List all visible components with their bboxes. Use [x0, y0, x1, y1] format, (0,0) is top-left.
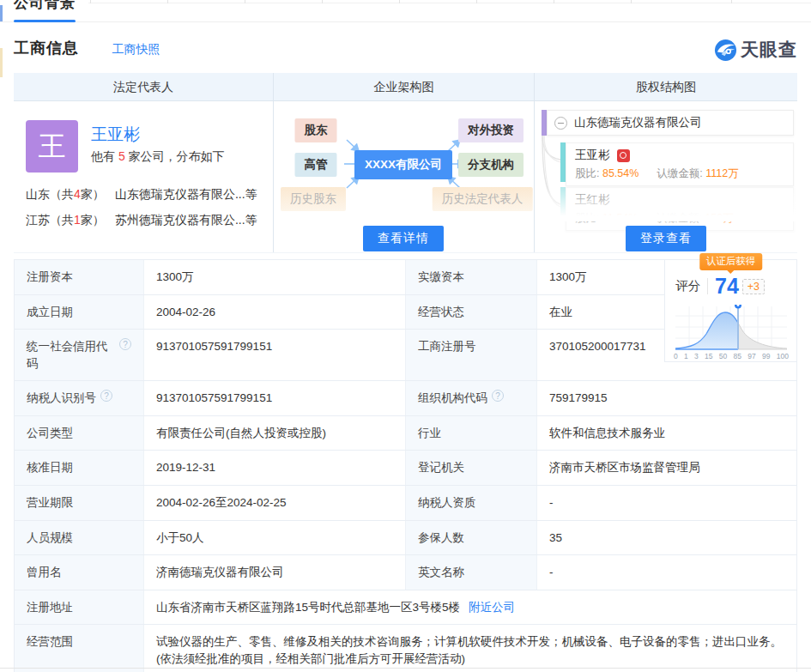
field-value: 济南市天桥区市场监督管理局: [549, 459, 700, 476]
node-historical-shareholders: 历史股东: [281, 187, 346, 211]
field-label: 行业: [418, 425, 441, 442]
root-company-name[interactable]: 山东德瑞克仪器有限公司: [574, 115, 702, 130]
field-label: 人员规模: [27, 530, 73, 547]
field-value: 913701057591799151: [156, 390, 272, 407]
field-label: 纳税人识别号: [27, 390, 96, 407]
field-value: 软件和信息技术服务业: [549, 425, 665, 442]
field-label: 注册资本: [27, 269, 73, 286]
certification-badge: 认证后获得: [699, 253, 763, 270]
equity-ratio: 85.54%: [602, 167, 639, 179]
subscribed-amount: 1112万: [705, 167, 738, 179]
node-shareholders: 股东: [295, 118, 337, 142]
shareholder-node[interactable]: 王亚彬 股比: 85.54% 认缴金额: 1112万: [566, 142, 794, 186]
info-icon[interactable]: ?: [492, 390, 504, 402]
field-value: 35: [549, 530, 562, 547]
org-chart-panel: 企业架构图 股东 高管 历史股东: [273, 73, 534, 252]
table-row: 纳税人识别号? 913701057591799151 组织机构代码? 75917…: [15, 380, 796, 415]
equity-structure-panel: 股权结构图 山东德瑞克仪器有限公司 王亚彬: [534, 73, 797, 252]
axis-tick-label: 50: [719, 352, 727, 360]
actual-controller-badge-icon: [617, 149, 630, 162]
node-company-center: XXXX有限公司: [354, 150, 452, 179]
company-count: 5: [118, 149, 125, 163]
field-value: 试验仪器的生产、零售、维修及相关的技术咨询服务；计算机软硬件技术开发；机械设备、…: [156, 635, 782, 665]
node-outbound-investment: 对外投资: [458, 118, 524, 142]
table-row: 曾用名 济南德瑞克仪器有限公司 英文名称 -: [15, 554, 796, 590]
score-widget[interactable]: 认证后获得 评分 74 +3: [664, 260, 796, 362]
left-edge-strip: [0, 5, 3, 22]
score-axis-labels: 0131550859799100: [674, 352, 789, 360]
field-value: 在业: [549, 304, 572, 321]
field-value: 小于50人: [156, 530, 204, 547]
field-value: 2004-02-26至2024-02-25: [156, 494, 287, 512]
field-value: 2004-02-26: [156, 304, 215, 321]
field-label: 纳税人资质: [418, 494, 476, 512]
axis-tick-label: 3: [694, 352, 699, 360]
org-chart-header: 企业架构图: [274, 73, 534, 101]
avatar[interactable]: 王: [26, 120, 78, 173]
nearby-companies-link[interactable]: 附近公司: [469, 601, 515, 614]
node-historical-legal-reps: 历史法定代表人: [433, 187, 533, 211]
field-value: 370105200017731: [549, 338, 646, 355]
field-label: 工商注册号: [418, 338, 476, 355]
related-company-link[interactable]: 山东德瑞克仪器有限公...等: [115, 187, 257, 201]
field-value: 济南德瑞克仪器有限公司: [156, 564, 284, 581]
view-details-button[interactable]: 查看详情: [363, 226, 444, 251]
table-row: 经营范围 试验仪器的生产、零售、维修及相关的技术咨询服务；计算机软硬件技术开发；…: [15, 624, 796, 672]
tab-bar-divider: [88, 3, 811, 3]
active-tab-underline: [14, 20, 76, 22]
equity-structure-header: 股权结构图: [535, 73, 797, 101]
field-label: 经营范围: [27, 633, 73, 651]
registration-info-table: 注册资本 1300万 实缴资本 1300万 成立日期 2004-02-26 经营…: [14, 259, 797, 672]
axis-tick-label: 99: [762, 352, 770, 360]
field-label: 经营状态: [418, 304, 464, 321]
field-value: 1300万: [549, 269, 587, 286]
field-label: 英文名称: [418, 564, 464, 581]
score-label: 评分: [675, 278, 708, 294]
equity-ratio: 11.54%: [602, 212, 638, 224]
top-tab-bar: 公司背景: [0, 0, 811, 22]
axis-tick-label: 97: [747, 352, 755, 360]
company-background-page: 公司背景 工商信息 工商快照 天眼查 法定代表人 王 王亚彬 他: [0, 0, 811, 672]
score-distribution-chart: [675, 305, 787, 351]
score-marker-pin: [735, 305, 741, 309]
table-row: 公司类型 有限责任公司(自然人投资或控股) 行业 软件和信息技术服务业: [15, 415, 796, 451]
collapse-icon[interactable]: [554, 117, 567, 130]
table-row: 营业期限 2004-02-26至2024-02-25 纳税人资质 -: [15, 485, 796, 520]
shareholder-name[interactable]: 王亚彬: [575, 148, 610, 163]
section-title-business-info: 工商信息: [14, 38, 79, 58]
tab-company-background[interactable]: 公司背景: [14, 0, 76, 13]
login-to-view-button[interactable]: 登录查看: [626, 226, 706, 251]
field-value: 913701057591799151: [156, 338, 272, 355]
info-icon[interactable]: ?: [100, 390, 112, 402]
shareholder-name[interactable]: 王红彬: [575, 192, 610, 208]
axis-tick-label: 15: [705, 352, 712, 360]
axis-tick-label: 0: [674, 352, 678, 360]
equity-root-node[interactable]: 山东德瑞克仪器有限公司: [547, 110, 794, 136]
field-label: 成立日期: [27, 304, 73, 321]
tianyancha-logo: 天眼查: [714, 38, 797, 62]
table-row: 注册地址 山东省济南市天桥区蓝翔路15号时代总部基地一区3号楼5楼附近公司: [15, 590, 796, 625]
field-label: 登记机关: [418, 459, 464, 476]
field-value: -: [549, 564, 554, 581]
axis-tick-label: 1: [684, 352, 688, 360]
table-row: 核准日期 2019-12-31 登记机关 济南市天桥区市场监督管理局: [15, 450, 796, 485]
field-label: 统一社会信用代码: [27, 338, 115, 372]
field-label: 注册地址: [27, 599, 73, 616]
node-executives: 高管: [295, 153, 337, 177]
field-value: 有限责任公司(自然人投资或控股): [156, 425, 326, 442]
page-bottom-divider: [0, 668, 811, 669]
field-value: 山东省济南市天桥区蓝翔路15号时代总部基地一区3号楼5楼: [156, 601, 460, 614]
shareholder-node[interactable]: 王红彬 股比: 11.54% 认缴金额: 150万: [566, 187, 794, 231]
related-company-link[interactable]: 苏州德瑞克仪器有限公...等: [115, 213, 257, 227]
score-delta-badge: +3: [742, 279, 765, 294]
info-icon[interactable]: ?: [119, 338, 131, 350]
summary-panels: 法定代表人 王 王亚彬 他有 5 家公司，分布如下 山东（共4家） 山东德瑞克仪…: [14, 73, 797, 253]
business-snapshot-link[interactable]: 工商快照: [112, 42, 160, 58]
legal-representative-name-link[interactable]: 王亚彬: [91, 124, 140, 146]
axis-tick-label: 85: [734, 352, 741, 360]
distribution-row: 江苏（共1家） 苏州德瑞克仪器有限公...等: [26, 213, 257, 228]
field-label: 公司类型: [27, 425, 73, 442]
legal-representative-header: 法定代表人: [14, 73, 273, 101]
subscribed-amount: 150万: [705, 212, 733, 224]
tianyancha-logo-text: 天眼查: [741, 38, 797, 62]
